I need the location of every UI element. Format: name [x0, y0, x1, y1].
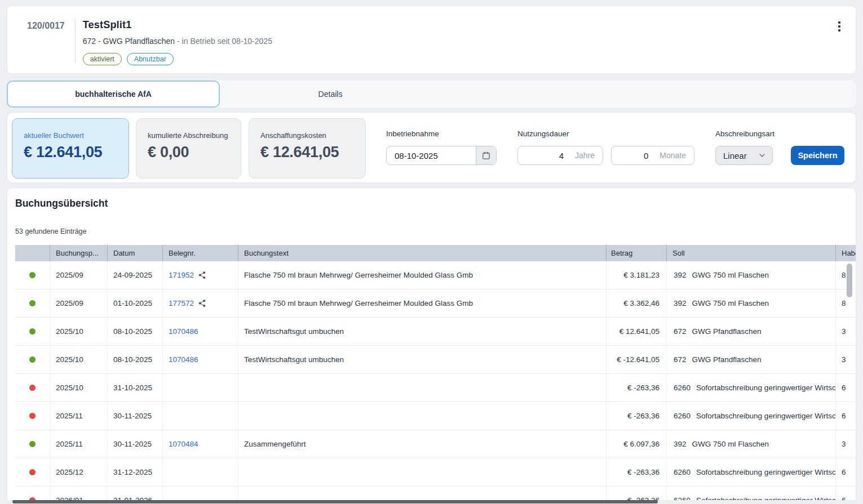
tab-details[interactable]: Details: [220, 81, 441, 108]
months-value: 0: [612, 151, 660, 160]
cell-date: 01-10-2025: [108, 289, 163, 317]
status-dot: [29, 300, 36, 306]
col-period[interactable]: Buchungsp...: [50, 245, 108, 261]
cell-text: TestWirtschaftsgut umbuchen: [238, 346, 607, 373]
metric-value: € 12.641,05: [260, 144, 365, 161]
cell-date: 31-10-2025: [108, 374, 163, 402]
cell-amount: € 3.362,46: [607, 289, 667, 317]
table-row[interactable]: 2025/10 08-10-2025 1070486 TestWirtschaf…: [15, 318, 856, 346]
asset-header-main: TestSplit1 672 - GWG Pfandflaschen - in …: [83, 19, 834, 65]
calendar-icon[interactable]: [476, 146, 496, 164]
cell-credit: 6: [836, 374, 856, 402]
status-dot: [29, 441, 36, 447]
status-dot: [29, 272, 36, 278]
kebab-menu-icon[interactable]: [834, 19, 844, 32]
cell-credit: 8: [836, 289, 856, 317]
col-doc[interactable]: Belegnr.: [163, 245, 238, 261]
cell-credit: 6: [836, 402, 856, 430]
share-network-icon[interactable]: [198, 271, 206, 279]
bookings-table: Buchungsp... Datum Belegnr. Buchungstext…: [15, 245, 856, 504]
table-row[interactable]: 2025/11 30-11-2025 € -263,36 6260Soforta…: [15, 402, 856, 430]
cell-text: Flasche 750 ml braun Mehrweg/ Gerresheim…: [238, 261, 607, 289]
commissioning-date-input[interactable]: 08-10-2025: [386, 146, 497, 165]
status-dot: [29, 356, 36, 363]
document-link[interactable]: 171952: [169, 271, 194, 279]
debit-account-name: Sofortabschreibung geringwertiger Wirtsc…: [696, 468, 836, 476]
document-link[interactable]: 1070486: [169, 327, 198, 336]
metric-value: € 0,00: [148, 144, 241, 161]
cell-text: Flasche 750 ml braun Mehrweg/ Gerresheim…: [238, 289, 607, 317]
debit-account-name: Sofortabschreibung geringwertiger Wirtsc…: [696, 412, 836, 420]
status-dot: [29, 469, 36, 475]
metric-label: kumulierte Abschreibung: [148, 131, 241, 140]
cell-amount: € -263,36: [607, 458, 667, 486]
vertical-scrollbar-thumb[interactable]: [847, 264, 852, 297]
divider: [75, 19, 76, 63]
status-badge-activated: aktiviert: [83, 53, 122, 65]
asset-number: 120/0017: [27, 19, 65, 31]
metric-label: Anschaffungskosten: [260, 131, 365, 140]
debit-account-name: Sofortabschreibung geringwertiger Wirtsc…: [696, 383, 836, 392]
cell-date: 30-11-2025: [108, 430, 163, 458]
cell-credit: 3: [836, 318, 856, 345]
document-link[interactable]: 1070486: [169, 355, 198, 364]
debit-account-number: 6260: [674, 412, 691, 420]
table-row[interactable]: 2025/10 08-10-2025 1070486 TestWirtschaf…: [15, 346, 856, 374]
debit-account-number: 392: [674, 440, 687, 448]
cell-date: 08-10-2025: [108, 346, 163, 373]
cell-period: 2025/10: [50, 318, 108, 345]
debit-account-number: 672: [674, 355, 687, 364]
cell-period: 2025/12: [50, 458, 108, 486]
metric-accumulated-depreciation: kumulierte Abschreibung € 0,00: [136, 118, 241, 179]
asset-account-name: 672 - GWG Pfandflaschen: [83, 37, 175, 46]
years-value: 4: [518, 151, 575, 160]
col-credit[interactable]: Haben: [836, 245, 856, 261]
debit-account-name: GWG Pfandflaschen: [692, 355, 762, 364]
cell-period: 2025/10: [50, 346, 108, 373]
document-link[interactable]: 177572: [169, 299, 194, 307]
depreciation-type-select[interactable]: Linear: [715, 146, 773, 165]
cell-credit: 3: [836, 430, 856, 458]
cell-amount: € 12.641,05: [607, 318, 667, 345]
col-debit[interactable]: Soll: [667, 245, 836, 261]
cell-text: [238, 458, 607, 486]
depreciation-controls-card: aktueller Buchwert € 12.641,05 kumuliert…: [7, 112, 856, 183]
horizontal-scrollbar-thumb[interactable]: [12, 500, 658, 503]
table-row[interactable]: 2025/12 31-12-2025 € -263,36 6260Soforta…: [15, 458, 856, 487]
debit-account-number: 672: [674, 327, 687, 336]
col-amount[interactable]: Betrag: [607, 245, 667, 261]
col-text[interactable]: Buchungstext: [238, 245, 607, 261]
share-network-icon[interactable]: [198, 299, 206, 307]
save-button[interactable]: Speichern: [791, 146, 844, 165]
cell-period: 2025/11: [50, 430, 108, 458]
result-count: 53 gefundene Einträge: [15, 228, 87, 235]
asset-detail-page: 120/0017 TestSplit1 672 - GWG Pfandflasc…: [0, 0, 863, 504]
metric-value: € 12.641,05: [24, 144, 129, 161]
table-row[interactable]: 2025/11 30-11-2025 1070484 Zusammengefüh…: [15, 430, 856, 458]
depreciation-type-label: Abschreibungsart: [715, 130, 775, 138]
cell-amount: € -12.641,05: [607, 346, 667, 373]
table-row[interactable]: 2025/10 31-10-2025 € -263,36 6260Soforta…: [15, 374, 856, 402]
table-row[interactable]: 2025/09 01-10-2025 177572 Flasche 750 ml…: [15, 289, 856, 318]
status-dot: [29, 328, 36, 334]
col-date[interactable]: Datum: [108, 245, 163, 261]
debit-account-number: 6260: [674, 383, 691, 392]
useful-life-months-input[interactable]: 0 Monate: [611, 146, 694, 165]
commissioning-date-label: Inbetriebnahme: [386, 130, 439, 138]
useful-life-years-input[interactable]: 4 Jahre: [517, 146, 603, 165]
col-status[interactable]: [15, 245, 50, 261]
months-suffix: Monate: [660, 151, 694, 160]
badge-group: aktiviert Abnutzbar: [83, 53, 834, 65]
status-dot: [29, 413, 36, 419]
table-row[interactable]: 2025/09 24-09-2025 171952 Flasche 750 ml…: [15, 261, 856, 289]
cell-credit: 8: [836, 261, 856, 289]
cell-credit: 3: [836, 346, 856, 373]
tab-buchhalterische-afa[interactable]: buchhalterische AfA: [7, 81, 220, 108]
asset-header-card: 120/0017 TestSplit1 672 - GWG Pfandflasc…: [7, 6, 856, 74]
chevron-down-icon: [758, 151, 772, 160]
debit-account-name: GWG 750 ml Flaschen: [692, 271, 769, 279]
metric-current-book-value: aktueller Buchwert € 12.641,05: [12, 118, 129, 179]
asset-subtitle: 672 - GWG Pfandflaschen - in Betrieb sei…: [83, 37, 834, 46]
document-link[interactable]: 1070484: [169, 440, 198, 448]
cell-text: [238, 402, 607, 430]
